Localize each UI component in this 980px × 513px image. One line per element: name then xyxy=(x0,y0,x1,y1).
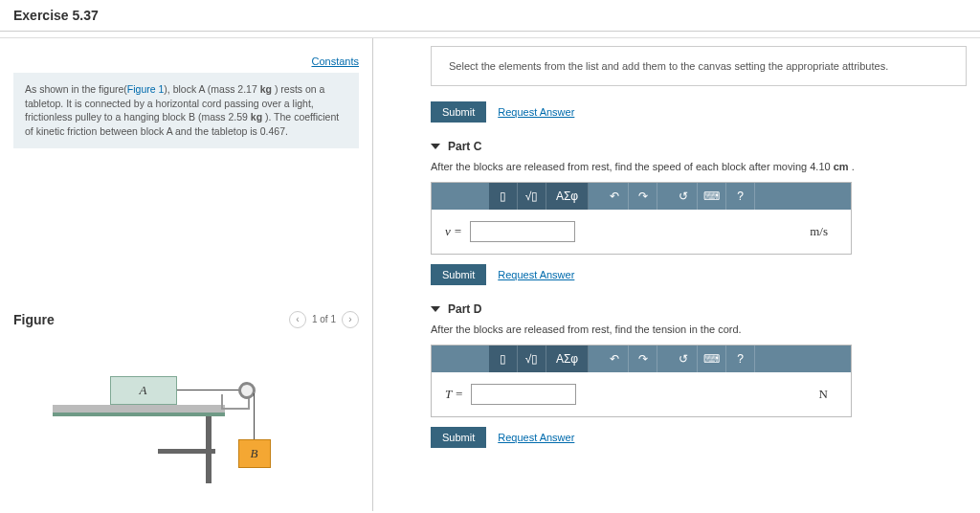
redo-button[interactable]: ↷ xyxy=(629,183,657,210)
unit-kg: kg xyxy=(260,83,272,95)
part-d-header[interactable]: Part D xyxy=(431,302,967,316)
figure-heading: Figure xyxy=(13,312,55,327)
keyboard-button[interactable]: ⌨ xyxy=(698,183,726,210)
part-d-input[interactable] xyxy=(471,384,576,405)
block-a: A xyxy=(110,376,177,405)
part-c-var-label: v = xyxy=(445,224,462,239)
figure-diagram: A B xyxy=(53,357,321,491)
figure-pager-label: 1 of 1 xyxy=(312,314,336,324)
part-d-title: Part D xyxy=(448,302,481,316)
unit-kg: kg xyxy=(251,111,262,123)
part-d-answer-box: ▯ √▯ ΑΣφ ↶ ↷ ↺ ⌨ ? T = N xyxy=(431,345,852,417)
greek-button[interactable]: ΑΣφ xyxy=(546,183,589,210)
part-c-header[interactable]: Part C xyxy=(431,140,967,153)
part-c-unit: m/s xyxy=(810,224,828,239)
left-panel: Constants As shown in the figure(Figure … xyxy=(0,38,373,511)
figure-prev-button[interactable]: ‹ xyxy=(289,311,306,328)
constants-link[interactable]: Constants xyxy=(311,56,359,67)
root-button[interactable]: √▯ xyxy=(518,183,546,210)
problem-text: As shown in the figure( xyxy=(25,83,127,95)
figure-next-button[interactable]: › xyxy=(342,311,359,328)
keyboard-button[interactable]: ⌨ xyxy=(698,346,726,372)
submit-button[interactable]: Submit xyxy=(431,264,486,285)
help-button[interactable]: ? xyxy=(726,183,755,210)
undo-button[interactable]: ↶ xyxy=(600,183,629,210)
hint-box: Select the elements from the list and ad… xyxy=(431,46,967,86)
templates-button[interactable]: ▯ xyxy=(489,346,518,372)
templates-button[interactable]: ▯ xyxy=(489,183,518,210)
part-c-input[interactable] xyxy=(470,221,575,242)
request-answer-link[interactable]: Request Answer xyxy=(498,269,574,280)
chevron-down-icon xyxy=(431,144,440,149)
undo-button[interactable]: ↶ xyxy=(600,346,629,372)
redo-button[interactable]: ↷ xyxy=(629,346,657,372)
submit-button[interactable]: Submit xyxy=(431,427,486,448)
request-answer-link[interactable]: Request Answer xyxy=(498,432,574,443)
submit-button[interactable]: Submit xyxy=(431,101,486,123)
problem-text: ), block A (mass 2.17 xyxy=(164,83,259,95)
figure-pager: ‹ 1 of 1 › xyxy=(289,311,359,328)
figure-1-link[interactable]: Figure 1 xyxy=(127,83,165,95)
equation-toolbar: ▯ √▯ ΑΣφ ↶ ↷ ↺ ⌨ ? xyxy=(432,346,851,372)
part-d-var-label: T = xyxy=(445,387,463,402)
block-b: B xyxy=(238,439,271,468)
page-title: Exercise 5.37 xyxy=(0,0,980,32)
equation-toolbar: ▯ √▯ ΑΣφ ↶ ↷ ↺ ⌨ ? xyxy=(432,183,851,210)
part-c-answer-box: ▯ √▯ ΑΣφ ↶ ↷ ↺ ⌨ ? v = m/s xyxy=(431,182,852,255)
chevron-down-icon xyxy=(431,306,440,312)
root-button[interactable]: √▯ xyxy=(518,346,546,372)
right-panel: Select the elements from the list and ad… xyxy=(373,38,980,511)
greek-button[interactable]: ΑΣφ xyxy=(546,346,589,372)
part-c-text: After the blocks are released from rest,… xyxy=(431,161,967,172)
reset-button[interactable]: ↺ xyxy=(669,346,698,372)
part-d-text: After the blocks are released from rest,… xyxy=(431,323,967,335)
problem-statement: As shown in the figure(Figure 1), block … xyxy=(13,73,359,148)
part-d-unit: N xyxy=(819,387,828,402)
reset-button[interactable]: ↺ xyxy=(669,183,698,210)
help-button[interactable]: ? xyxy=(726,346,755,372)
request-answer-link[interactable]: Request Answer xyxy=(498,106,574,118)
part-c-title: Part C xyxy=(448,140,481,153)
